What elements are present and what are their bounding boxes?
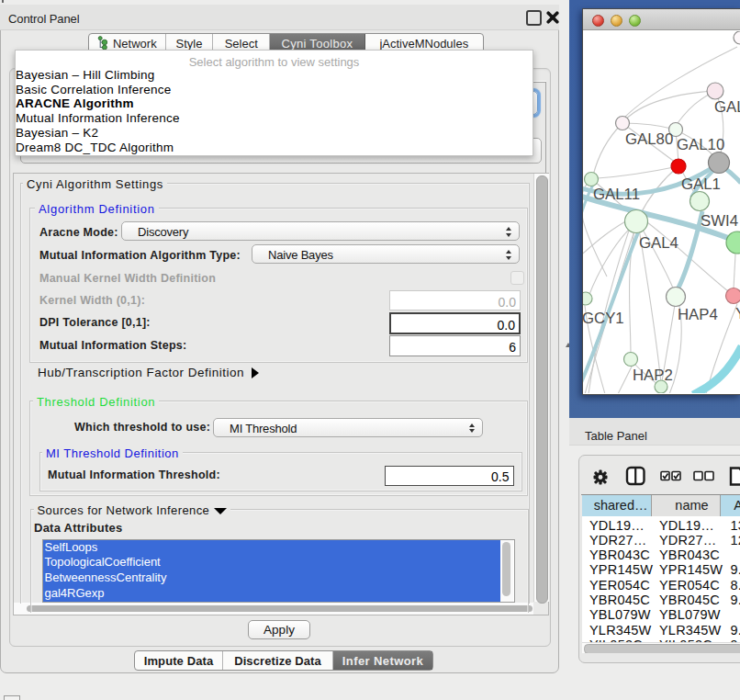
- svg-text:GAL1: GAL1: [681, 175, 721, 193]
- svg-text:SWI4: SWI4: [701, 212, 738, 230]
- svg-text:GAL4: GAL4: [639, 234, 678, 252]
- svg-text:YEL: YEL: [735, 305, 740, 322]
- svg-text:GCY1: GCY1: [583, 310, 624, 327]
- svg-text:GAL80: GAL80: [625, 130, 673, 148]
- svg-text:HAP2: HAP2: [633, 367, 673, 384]
- svg-text:HAP4: HAP4: [678, 306, 718, 323]
- svg-text:GAL10: GAL10: [677, 136, 724, 153]
- svg-text:GAL7: GAL7: [714, 98, 740, 116]
- svg-text:GAL11: GAL11: [593, 186, 640, 203]
